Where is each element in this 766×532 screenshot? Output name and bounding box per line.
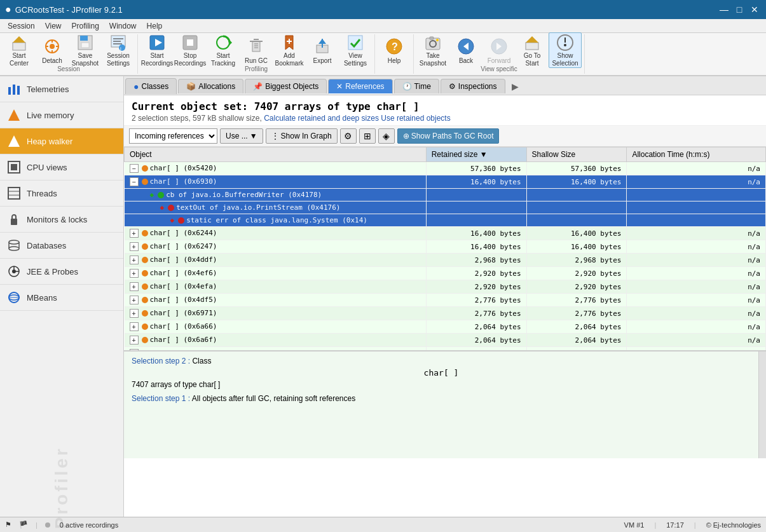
row-expander[interactable]: + [130,309,139,318]
go-to-start-button[interactable]: Go ToStart [516,32,549,68]
sidebar-item-threads[interactable]: Threads [0,181,123,207]
selection-step-2-link[interactable]: Selection step 2 : [132,357,190,365]
retained-size-header[interactable]: Retained size ▼ [426,147,526,162]
stop-recordings-button[interactable]: StopRecordings [174,32,207,68]
menu-profiling[interactable]: Profiling [67,20,104,32]
sidebar-item-databases[interactable]: Databases [0,233,123,259]
tab-allocations[interactable]: 📦 Allocations [178,79,243,93]
start-center-button[interactable]: StartCenter [3,32,36,68]
menu-help[interactable]: Help [142,20,168,32]
incoming-references-dropdown[interactable]: Incoming references [129,128,217,144]
object-cell[interactable]: +char[ ] (0x6971) [125,307,427,320]
row-expander[interactable]: + [130,322,139,331]
start-tracking-button[interactable]: StartTracking [207,32,240,68]
selection-step-1-link[interactable]: Selection step 1 : [132,394,190,403]
tab-classes[interactable]: ● Classes [125,78,177,94]
row-expander[interactable]: + [130,242,139,251]
export-button[interactable]: Export [306,32,339,68]
settings-icon-button[interactable]: ⚙ [340,128,357,144]
tab-time[interactable]: 🕐 Time [394,79,439,93]
help-button[interactable]: ? Help [378,32,411,68]
sidebar-item-mbeans[interactable]: MBeans [0,285,123,311]
table-container[interactable]: Object Retained size ▼ Shallow Size Allo… [124,147,766,350]
start-recordings-button[interactable]: StartRecordings [140,32,174,68]
sidebar-item-jee-probes[interactable]: JEE & Probes [0,259,123,285]
object-cell[interactable]: ◆cb of java.io.BufferedWriter (0x4178) [125,189,427,201]
detach-button[interactable]: Detach [36,32,69,68]
forward-button[interactable]: Forward [482,32,516,68]
object-cell[interactable]: +char[ ] (0x6244) [125,227,427,240]
show-selection-button[interactable]: ShowSelection [549,32,582,68]
sidebar-item-monitors-locks[interactable]: Monitors & locks [0,207,123,233]
show-selection-icon [555,34,575,51]
svg-rect-23 [252,41,260,51]
sidebar-item-heap-walker[interactable]: Heap walker [0,128,123,154]
row-expander[interactable]: + [130,336,139,344]
minimize-button[interactable]: — [718,3,730,16]
tab-inspections[interactable]: ⚙ Inspections [441,79,505,93]
take-snapshot-button[interactable]: TakeSnapshot [416,32,449,68]
sidebar-item-live-memory[interactable]: Live memory [0,102,123,128]
menu-view[interactable]: View [40,20,67,32]
row-expander[interactable]: − [130,177,139,186]
sidebar-item-telemetries[interactable]: Telemetries [0,76,123,102]
use-button[interactable]: Use ... ▼ [220,128,263,144]
object-cell[interactable]: +char[ ] (0x4df5) [125,294,427,307]
shallow-size-header[interactable]: Shallow Size [526,147,627,162]
add-bookmark-button[interactable]: AddBookmark [273,32,306,68]
object-cell[interactable]: −char[ ] (0x6930) [125,175,427,189]
row-expander[interactable]: + [130,256,139,264]
object-cell[interactable]: +char[ ] (0x4ef6) [125,267,427,280]
object-cell[interactable]: +char[ ] (0x4ddf) [125,254,427,267]
tab-references[interactable]: ✕ References [328,79,392,94]
bottom-panel-scrollbar[interactable] [758,351,766,458]
object-cell[interactable]: +char[ ] (0x4efa) [125,280,427,294]
table-row: +char[ ] (0x4ddf)2,968 bytes2,968 bytesn… [125,254,766,267]
row-expander[interactable]: + [130,282,139,291]
menu-session[interactable]: Session [3,20,40,32]
object-header[interactable]: Object [125,147,427,162]
object-cell[interactable]: −char[ ] (0x5420) [125,162,427,175]
row-expander[interactable]: − [130,164,139,173]
calculate-retained-link[interactable]: Calculate retained and deep sizes [264,114,379,123]
layout-icon-button[interactable]: ⊞ [359,128,376,144]
table-row: ◆static err of class java.lang.System (0… [125,214,766,227]
title-bar-controls[interactable]: — □ ✕ [718,3,761,16]
row-expander[interactable]: + [130,229,139,238]
row-expander[interactable]: + [130,296,139,304]
object-cell[interactable]: +char[ ] (0x6a6f) [125,334,427,347]
session-settings-button[interactable]: i SessionSettings [102,32,135,68]
object-cell[interactable]: ◆textOut of java.io.PrintStream (0x4176) [125,201,427,214]
svg-rect-0 [13,43,25,50]
retained-size-cell: 16,400 bytes [426,175,526,189]
show-paths-to-gc-root-button[interactable]: ⊕ Show Paths To GC Root [397,128,500,144]
object-text: char[ ] (0x6a6f) [150,336,217,344]
save-snapshot-button[interactable]: SaveSnapshot [69,32,102,68]
object-cell[interactable]: ◆static err of class java.lang.System (0… [125,214,427,227]
shallow-size-cell: 2,968 bytes [526,254,627,267]
use-retained-objects-link[interactable]: Use retained objects [381,114,450,123]
run-gc-button[interactable]: Run GC [240,32,273,68]
cpu-views-label: CPU views [27,163,67,172]
toolbar-group-session: StartCenter Detach [0,34,138,74]
filter-icon-button[interactable]: ◈ [378,128,395,144]
content-title: Current object set: 7407 arrays of type … [132,100,758,113]
retained-size-cell: 2,920 bytes [426,267,526,280]
view-settings-button[interactable]: ViewSettings [339,32,372,68]
object-cell[interactable]: +char[ ] (0x6a66) [125,320,427,334]
sidebar-item-cpu-views[interactable]: CPU views [0,154,123,181]
allocation-time-header[interactable]: Allocation Time (h:m:s) [627,147,766,162]
close-button[interactable]: ✕ [748,3,761,16]
row-expander[interactable]: + [130,269,139,278]
profiling-group-label: Profiling [138,65,374,72]
svg-point-41 [436,39,439,41]
tab-more-button[interactable]: ▶ [507,79,524,94]
show-in-graph-button[interactable]: ⋮ Show In Graph [266,128,338,144]
object-cell[interactable]: +char[ ] (0x6247) [125,240,427,254]
tab-biggest-objects[interactable]: 📌 Biggest Objects [245,79,327,93]
maximize-button[interactable]: □ [733,3,746,16]
back-button[interactable]: Back [449,32,482,68]
status-time: 17:17 [666,521,684,529]
forward-label: Forward [488,57,511,65]
menu-window[interactable]: Window [104,20,142,32]
